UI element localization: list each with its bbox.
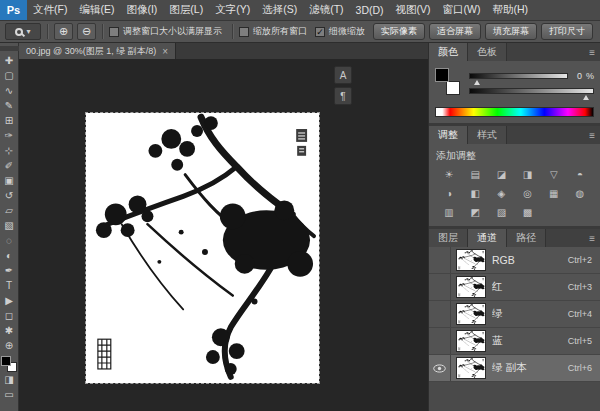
foreground-color-swatch[interactable] (435, 68, 449, 82)
dodge-tool[interactable]: ◐ (0, 248, 19, 263)
channel-thumbnail[interactable] (457, 250, 485, 270)
healing-brush-tool[interactable]: ⊹ (0, 143, 19, 158)
close-icon[interactable]: × (162, 46, 168, 57)
brush-tool[interactable]: ✐ (0, 158, 19, 173)
menu-item-window[interactable]: 窗口(W) (437, 0, 487, 20)
quick-mask-button[interactable]: ◨ (0, 372, 19, 387)
tab-adjustments[interactable]: 调整 (429, 126, 468, 144)
character-panel-icon[interactable]: A (334, 66, 352, 84)
brightness-contrast-icon[interactable]: ☀ (436, 167, 462, 182)
channel-thumbnail[interactable] (457, 277, 485, 297)
tab-swatches[interactable]: 色板 (468, 43, 507, 61)
color-slider-track[interactable] (469, 73, 568, 79)
print-size-button[interactable]: 打印尺寸 (541, 23, 593, 40)
threshold-icon[interactable]: ◩ (462, 205, 488, 220)
background-color-swatch[interactable] (446, 81, 460, 95)
channel-thumbnail[interactable] (457, 331, 485, 351)
menu-item-3d[interactable]: 3D(D) (350, 0, 390, 20)
fit-screen-button[interactable]: 适合屏幕 (429, 23, 481, 40)
menu-item-edit[interactable]: 编辑(E) (73, 0, 120, 20)
menu-item-file[interactable]: 文件(F) (27, 0, 73, 20)
menu-item-type[interactable]: 文字(Y) (209, 0, 256, 20)
panel-menu-icon[interactable]: ≡ (589, 47, 595, 58)
tab-channels[interactable]: 通道 (468, 229, 507, 247)
document-tab[interactable]: 00.jpg @ 30%(图层 1, 绿 副本/8) × (19, 43, 176, 59)
menu-item-filter[interactable]: 滤镜(T) (303, 0, 349, 20)
quick-selection-tool[interactable]: ✎ (0, 98, 19, 113)
visibility-toggle[interactable] (429, 301, 451, 327)
vibrance-icon[interactable]: ▽ (541, 167, 567, 182)
zoom-out-button[interactable]: ⊖ (77, 23, 96, 40)
channel-row-rgb[interactable]: RGB Ctrl+2 (429, 247, 600, 274)
lasso-tool[interactable]: ∿ (0, 83, 19, 98)
type-tool[interactable]: T (0, 278, 19, 293)
tool-preset-picker[interactable]: ▾ (5, 23, 41, 40)
visibility-toggle[interactable] (429, 355, 451, 381)
image-document[interactable] (86, 113, 319, 383)
clone-stamp-tool[interactable]: ▣ (0, 173, 19, 188)
selective-color-icon[interactable]: ▨ (488, 205, 514, 220)
slider-handle[interactable] (583, 95, 589, 100)
foreground-background-widget[interactable] (435, 68, 462, 95)
marquee-tool[interactable]: ▢ (0, 68, 19, 83)
resize-windows-checkbox[interactable] (109, 27, 119, 37)
slider-handle[interactable] (474, 80, 480, 85)
visibility-toggle[interactable] (429, 274, 451, 300)
menu-item-help[interactable]: 帮助(H) (487, 0, 535, 20)
color-slider-track[interactable] (469, 88, 594, 94)
move-tool[interactable]: ✚ (0, 53, 19, 68)
menu-item-select[interactable]: 选择(S) (256, 0, 303, 20)
eyedropper-tool[interactable]: ✑ (0, 128, 19, 143)
panel-menu-icon[interactable]: ≡ (589, 130, 595, 141)
menu-item-image[interactable]: 图像(I) (120, 0, 163, 20)
channel-row-red[interactable]: 红 Ctrl+3 (429, 274, 600, 301)
channel-row-green-copy[interactable]: 绿 副本 Ctrl+6 (429, 355, 600, 382)
path-selection-tool[interactable]: ▶ (0, 293, 19, 308)
history-brush-tool[interactable]: ↺ (0, 188, 19, 203)
pen-tool[interactable]: ✒ (0, 263, 19, 278)
screen-mode-button[interactable]: ▭ (0, 387, 19, 402)
zoom-in-button[interactable]: ⊕ (54, 23, 73, 40)
menu-item-layer[interactable]: 图层(L) (163, 0, 209, 20)
hue-saturation-icon[interactable]: ◓ (567, 167, 593, 182)
menu-item-view[interactable]: 视图(V) (390, 0, 437, 20)
zoom-tool[interactable]: ⊕ (0, 338, 19, 353)
tab-styles[interactable]: 样式 (468, 126, 507, 144)
tab-layers[interactable]: 图层 (429, 229, 468, 247)
photo-filter-icon[interactable]: ◈ (488, 186, 514, 201)
channel-row-blue[interactable]: 蓝 Ctrl+5 (429, 328, 600, 355)
levels-icon[interactable]: ▤ (462, 167, 488, 182)
foreground-background-swatches[interactable] (1, 356, 17, 372)
paragraph-panel-icon[interactable]: ¶ (334, 87, 352, 105)
invert-icon[interactable]: ◍ (567, 186, 593, 201)
scrubby-zoom-checkbox[interactable]: ✓ (315, 27, 325, 37)
tab-color[interactable]: 颜色 (429, 43, 468, 61)
foreground-color-swatch[interactable] (1, 356, 11, 366)
fill-screen-button[interactable]: 填充屏幕 (485, 23, 537, 40)
hand-tool[interactable]: ✱ (0, 323, 19, 338)
zoom-all-windows-checkbox[interactable] (239, 27, 249, 37)
channel-mixer-icon[interactable]: ◎ (514, 186, 540, 201)
actual-pixels-button[interactable]: 实际像素 (373, 23, 425, 40)
channel-row-green[interactable]: 绿 Ctrl+4 (429, 301, 600, 328)
color-spectrum-ramp[interactable] (435, 107, 594, 117)
channel-thumbnail[interactable] (457, 358, 485, 378)
visibility-toggle[interactable] (429, 328, 451, 354)
canvas[interactable]: A ¶ (19, 60, 428, 411)
tab-paths[interactable]: 路径 (507, 229, 546, 247)
gradient-tool[interactable]: ▧ (0, 218, 19, 233)
gradient-map-icon[interactable]: ▩ (514, 205, 540, 220)
eraser-tool[interactable]: ▱ (0, 203, 19, 218)
channel-thumbnail[interactable] (457, 304, 485, 324)
visibility-toggle[interactable] (429, 247, 451, 273)
panel-menu-icon[interactable]: ≡ (589, 233, 595, 244)
color-balance-icon[interactable]: ◑ (436, 186, 462, 201)
exposure-icon[interactable]: ◨ (514, 167, 540, 182)
crop-tool[interactable]: ⊞ (0, 113, 19, 128)
toolbar-collapse-handle[interactable] (0, 46, 19, 51)
curves-icon[interactable]: ◪ (488, 167, 514, 182)
shape-tool[interactable]: ◻ (0, 308, 19, 323)
black-white-icon[interactable]: ◧ (462, 186, 488, 201)
color-lookup-icon[interactable]: ▦ (541, 186, 567, 201)
blur-tool[interactable]: ◌ (0, 233, 19, 248)
